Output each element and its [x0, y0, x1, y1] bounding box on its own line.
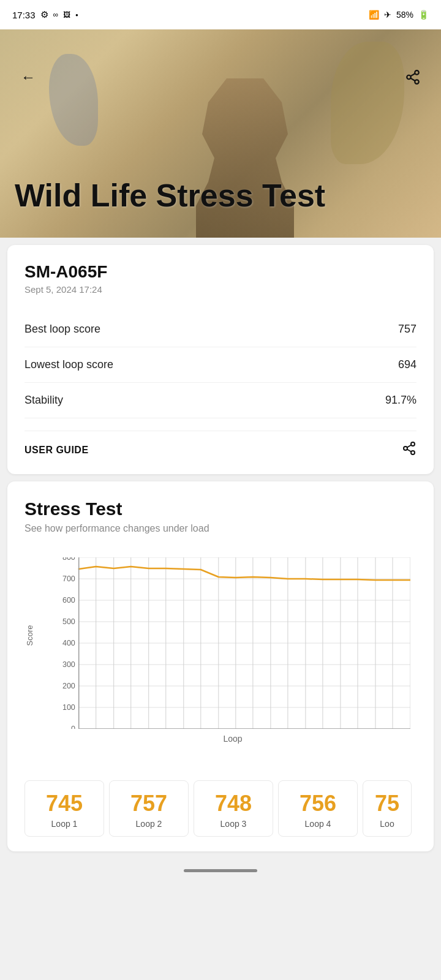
svg-point-5 — [411, 442, 415, 446]
loop-box-1: 745 Loop 1 — [24, 780, 104, 837]
svg-line-8 — [407, 450, 412, 452]
battery-percent: 58% — [396, 10, 413, 20]
chart-svg: 800 700 600 500 400 300 200 100 0 — [55, 557, 410, 729]
loop-2-score: 757 — [119, 791, 178, 816]
device-name: SM-A065F — [24, 262, 417, 282]
hero-nav: ← — [0, 64, 441, 91]
svg-text:700: 700 — [62, 574, 75, 583]
dot-icon: ● — [75, 12, 78, 18]
svg-text:800: 800 — [62, 557, 75, 562]
airplane-icon: ✈ — [384, 10, 391, 20]
svg-text:100: 100 — [62, 703, 75, 712]
wifi-icon: 📶 — [369, 10, 379, 20]
stress-subtitle: See how performance changes under load — [24, 523, 417, 534]
loop-4-label: Loop 4 — [288, 819, 347, 829]
lowest-loop-row: Lowest loop score 694 — [24, 347, 417, 383]
hero-section: ← Wild Life Stress Test — [0, 29, 441, 238]
loop-box-3: 748 Loop 3 — [194, 780, 273, 837]
loop-2-label: Loop 2 — [119, 819, 178, 829]
loop-box-4: 756 Loop 4 — [278, 780, 358, 837]
loop-scores: 745 Loop 1 757 Loop 2 748 Loop 3 756 Loo… — [24, 780, 417, 839]
svg-point-0 — [415, 70, 419, 75]
y-axis-label: Score — [25, 625, 34, 646]
settings-icon: ⚙ — [40, 9, 48, 20]
stress-title: Stress Test — [24, 499, 417, 519]
home-indicator[interactable] — [184, 869, 257, 872]
image-icon: 🖼 — [63, 10, 70, 19]
chart-area: 800 700 600 500 400 300 200 100 0 — [55, 557, 410, 729]
hero-title: Wild Life Stress Test — [15, 178, 325, 213]
svg-text:300: 300 — [62, 660, 75, 669]
stress-test-card: Stress Test See how performance changes … — [7, 481, 434, 851]
bottom-bar — [0, 861, 441, 880]
best-loop-label: Best loop score — [24, 323, 100, 336]
svg-line-4 — [410, 74, 415, 76]
lowest-loop-value: 694 — [398, 358, 417, 371]
voicemail-icon: ∞ — [53, 10, 59, 19]
share-icon[interactable] — [402, 441, 417, 459]
svg-text:0: 0 — [71, 724, 75, 729]
loop-3-label: Loop 3 — [204, 819, 263, 829]
battery-icon: 🔋 — [418, 10, 429, 20]
svg-line-9 — [407, 445, 412, 448]
best-loop-row: Best loop score 757 — [24, 312, 417, 347]
svg-point-2 — [415, 80, 419, 84]
svg-point-6 — [404, 447, 407, 450]
stability-row: Stability 91.7% — [24, 383, 417, 418]
loop-box-2: 757 Loop 2 — [109, 780, 189, 837]
chart-container: Score 800 700 600 50 — [24, 551, 417, 768]
loop-4-score: 756 — [288, 791, 347, 816]
svg-point-7 — [411, 451, 415, 454]
loop-box-5: 75 Loo — [363, 780, 412, 837]
status-left: 17:33 ⚙ ∞ 🖼 ● — [12, 9, 78, 20]
back-button[interactable]: ← — [15, 64, 42, 91]
user-guide-label[interactable]: USER GUIDE — [24, 445, 89, 456]
svg-point-1 — [407, 75, 411, 80]
loop-3-score: 748 — [204, 791, 263, 816]
status-bar: 17:33 ⚙ ∞ 🖼 ● 📶 ✈ 58% 🔋 — [0, 0, 441, 29]
svg-text:200: 200 — [62, 681, 75, 690]
time-display: 17:33 — [12, 10, 36, 20]
lowest-loop-label: Lowest loop score — [24, 358, 113, 371]
svg-text:400: 400 — [62, 638, 75, 647]
svg-text:500: 500 — [62, 617, 75, 626]
stability-label: Stability — [24, 394, 63, 407]
loop-1-label: Loop 1 — [35, 819, 94, 829]
card-footer: USER GUIDE — [24, 431, 417, 459]
loop-5-score: 75 — [373, 791, 401, 816]
loop-1-score: 745 — [35, 791, 94, 816]
status-right: 📶 ✈ 58% 🔋 — [369, 10, 429, 20]
device-date: Sept 5, 2024 17:24 — [24, 284, 417, 295]
share-button[interactable] — [399, 64, 426, 91]
svg-text:600: 600 — [62, 595, 75, 605]
loop-5-label: Loo — [373, 819, 401, 829]
info-card: SM-A065F Sept 5, 2024 17:24 Best loop sc… — [7, 245, 434, 474]
svg-line-3 — [410, 78, 415, 81]
x-axis-label: Loop — [55, 734, 410, 744]
stability-value: 91.7% — [385, 394, 417, 407]
best-loop-value: 757 — [398, 323, 417, 336]
